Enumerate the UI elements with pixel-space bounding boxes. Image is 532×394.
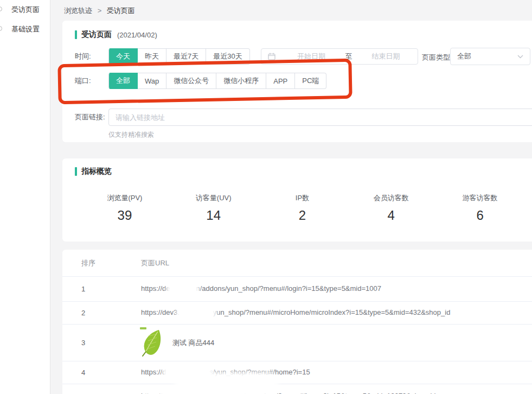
bullet-icon bbox=[0, 7, 2, 11]
metric-value: 4 bbox=[347, 208, 435, 223]
watermark-icon bbox=[140, 327, 146, 329]
rank-cell: 1 bbox=[62, 285, 141, 293]
start-date-placeholder: 开始日期 bbox=[280, 52, 343, 61]
censored-blur-patch bbox=[170, 285, 196, 294]
end-date-placeholder: 结束日期 bbox=[354, 52, 418, 61]
url-cell: https://dev3.yun_shop/?menu#/microHome/m… bbox=[141, 308, 532, 317]
sidebar-item-label: 受访页面 bbox=[11, 5, 40, 14]
column-header-url: 页面URL bbox=[141, 258, 532, 268]
sidebar-item-label: 基础设置 bbox=[11, 25, 40, 33]
time-option-yesterday[interactable]: 昨天 bbox=[138, 48, 166, 65]
metric-pv: 浏览量(PV) 39 bbox=[80, 193, 169, 223]
metric-value: 6 bbox=[435, 208, 524, 223]
breadcrumb: 浏览轨迹 > 受访页面 bbox=[64, 6, 135, 16]
page-link-label: 页面链接: bbox=[75, 112, 108, 122]
filter-panel: 受访页面 (2021/04/02) 时间: 今天 昨天 最近7天 最近30天 bbox=[62, 21, 532, 142]
title-accent-bar bbox=[75, 30, 77, 39]
metrics-panel: 指标概览 浏览量(PV) 39 访客量(UV) 14 IP数 2 会员访客数 4 bbox=[62, 158, 532, 242]
port-option-pc[interactable]: PC端 bbox=[295, 73, 326, 89]
metric-label: 会员访客数 bbox=[347, 193, 435, 203]
breadcrumb-separator: > bbox=[98, 7, 102, 15]
metric-ip: IP数 2 bbox=[258, 193, 347, 223]
page-type-select[interactable]: 全部 bbox=[450, 48, 530, 65]
sidebar-item-basic-settings[interactable]: 基础设置 bbox=[0, 20, 50, 39]
metric-member-visitors: 会员访客数 4 bbox=[347, 193, 435, 223]
sidebar-item-visited-pages[interactable]: 受访页面 bbox=[0, 0, 50, 20]
time-filter-row: 时间: 今天 昨天 最近7天 最近30天 开始日期 至 结 bbox=[75, 48, 532, 65]
metric-value: 39 bbox=[80, 208, 169, 223]
rank-cell: 2 bbox=[62, 309, 141, 317]
time-label: 时间: bbox=[75, 52, 108, 61]
port-label: 端口: bbox=[75, 76, 108, 86]
metric-guest-visitors: 游客访客数 6 bbox=[435, 193, 524, 223]
main-content: 浏览轨迹 > 受访页面 受访页面 (2021/04/02) 时间: 今天 昨天 … bbox=[50, 0, 532, 394]
page-link-hint: 仅支持精准搜索 bbox=[108, 130, 532, 139]
sidebar: 受访页面 基础设置 bbox=[0, 0, 50, 394]
product-name: 测试 商品444 bbox=[172, 338, 214, 348]
panel-title: 指标概览 bbox=[81, 167, 112, 176]
port-option-app[interactable]: APP bbox=[266, 73, 295, 89]
port-option-wap[interactable]: Wap bbox=[138, 73, 166, 89]
table-row: 5 https:///yun_shop/?menu#/home?i=15&typ… bbox=[62, 384, 532, 394]
panel-date-note: (2021/04/02) bbox=[117, 31, 157, 39]
rank-cell: 5 bbox=[62, 392, 141, 394]
time-option-today[interactable]: 今天 bbox=[108, 48, 138, 65]
url-cell: https://den/addons/yun_shop/?menu#/login… bbox=[141, 284, 532, 294]
metric-label: 游客访客数 bbox=[435, 193, 524, 203]
leaf-image bbox=[141, 329, 164, 357]
page-link-row: 页面链接: bbox=[75, 109, 532, 126]
breadcrumb-section[interactable]: 浏览轨迹 bbox=[64, 7, 92, 15]
port-option-wechat-miniprogram[interactable]: 微信小程序 bbox=[216, 73, 266, 89]
rank-cell: 4 bbox=[62, 368, 141, 377]
date-range-to: 至 bbox=[343, 52, 354, 61]
metric-value: 2 bbox=[258, 208, 347, 223]
page-type-label: 页面类型: bbox=[422, 53, 452, 62]
censored-blur-patch bbox=[179, 376, 274, 392]
panel-title: 受访页面 bbox=[81, 30, 112, 40]
product-cell: 测试 商品444 bbox=[141, 329, 532, 357]
column-header-rank: 排序 bbox=[62, 258, 141, 268]
time-option-last30days[interactable]: 最近30天 bbox=[206, 48, 249, 65]
metric-uv: 访客量(UV) 14 bbox=[169, 193, 258, 223]
port-filter-row: 端口: 全部 Wap 微信公众号 微信小程序 APP PC端 bbox=[75, 72, 532, 90]
time-range-group: 今天 昨天 最近7天 最近30天 bbox=[108, 48, 250, 65]
time-option-last7days[interactable]: 最近7天 bbox=[166, 48, 206, 65]
product-thumbnail bbox=[141, 329, 164, 357]
metrics-row: 浏览量(PV) 39 访客量(UV) 14 IP数 2 会员访客数 4 游客访客… bbox=[80, 193, 524, 223]
port-group: 全部 Wap 微信公众号 微信小程序 APP PC端 bbox=[108, 73, 326, 89]
pages-table-panel: 排序 页面URL 1 https://den/addons/yun_shop/?… bbox=[62, 250, 532, 394]
port-option-all[interactable]: 全部 bbox=[108, 73, 138, 89]
metric-label: IP数 bbox=[258, 193, 347, 203]
metrics-panel-header: 指标概览 bbox=[75, 166, 532, 177]
chevron-down-icon bbox=[517, 55, 523, 59]
page-link-input[interactable] bbox=[108, 109, 532, 126]
bullet-icon bbox=[0, 26, 2, 31]
screen: 受访页面 基础设置 浏览轨迹 > 受访页面 受访页面 (2021/04/02) … bbox=[0, 0, 532, 394]
breadcrumb-current: 受访页面 bbox=[107, 7, 135, 15]
table-header-row: 排序 页面URL bbox=[62, 250, 532, 277]
censored-blur-patch bbox=[180, 309, 213, 317]
table-row: 3 测试 商品444 bbox=[62, 324, 532, 361]
filter-panel-header: 受访页面 (2021/04/02) bbox=[75, 29, 532, 40]
table-row: 1 https://den/addons/yun_shop/?menu#/log… bbox=[62, 277, 532, 301]
calendar-icon bbox=[268, 53, 275, 60]
table-row: 2 https://dev3.yun_shop/?menu#/microHome… bbox=[62, 301, 532, 324]
table-row: 4 https://ds/yun_shop/?menu#/home?i=15 bbox=[62, 361, 532, 384]
rank-cell: 3 bbox=[62, 339, 141, 347]
metric-value: 14 bbox=[169, 208, 258, 223]
metric-label: 浏览量(PV) bbox=[80, 193, 169, 203]
title-accent-bar bbox=[75, 167, 77, 176]
page-type-value: 全部 bbox=[457, 52, 471, 61]
port-option-wechat-official[interactable]: 微信公众号 bbox=[166, 73, 216, 89]
metric-label: 访客量(UV) bbox=[169, 193, 258, 203]
date-range-picker[interactable]: 开始日期 至 结束日期 bbox=[261, 48, 418, 65]
